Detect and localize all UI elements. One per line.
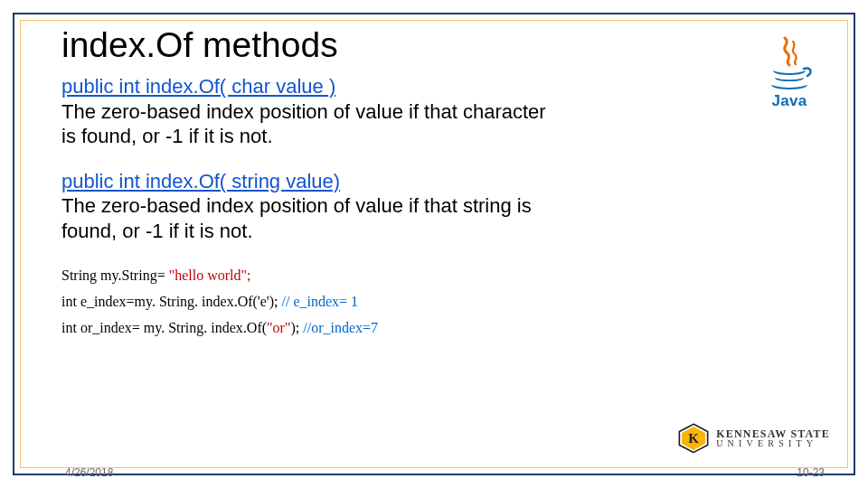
slide-content: index.Of methods public int index.Of( ch… xyxy=(61,25,823,443)
method2-desc-b: found, or -1 if it is not. xyxy=(61,220,253,242)
method2-signature: public int index.Of( string value) xyxy=(61,170,340,192)
code-l1b: "hello world"; xyxy=(169,267,251,283)
code-l3d: ); xyxy=(290,320,303,335)
code-l3e: //or_index=7 xyxy=(303,320,378,335)
method2-block: public int index.Of( string value) The z… xyxy=(61,169,823,244)
ksu-line2: UNIVERSITY xyxy=(716,439,830,448)
footer-date: 4/26/2018 xyxy=(65,466,113,479)
code-line-3: int or_index= my. String. index.Of("or")… xyxy=(61,315,823,342)
ksu-icon: K xyxy=(678,423,709,454)
method1-desc-a: The zero-based index position of value i… xyxy=(61,100,546,123)
code-l1a: String my.String= xyxy=(61,267,169,283)
code-l2c: // e_index= 1 xyxy=(281,294,358,309)
code-l3b: or_index= my. String. index.Of( xyxy=(80,320,267,335)
code-l3c: "or" xyxy=(267,320,290,335)
method2-desc-a: The zero-based index position of value i… xyxy=(61,194,532,217)
footer-page: 10-23 xyxy=(797,466,825,479)
code-line-1: String my.String= "hello world"; xyxy=(61,263,823,289)
svg-text:K: K xyxy=(688,431,699,446)
ksu-logo: K KENNESAW STATE UNIVERSITY xyxy=(678,423,830,454)
slide-title: index.Of methods xyxy=(61,25,823,65)
code-l2a: int xyxy=(61,294,80,309)
method1-block: public int index.Of( char value ) The ze… xyxy=(61,74,823,149)
code-l2b: e_index=my. String. index.Of('e'); xyxy=(80,294,282,309)
code-example: String my.String= "hello world"; int e_i… xyxy=(61,263,823,341)
code-line-2: int e_index=my. String. index.Of('e'); /… xyxy=(61,289,823,315)
method1-signature: public int index.Of( char value ) xyxy=(61,75,335,98)
ksu-label: KENNESAW STATE UNIVERSITY xyxy=(716,428,830,448)
code-l3a: int xyxy=(61,320,80,335)
method1-desc-b: is found, or -1 if it is not. xyxy=(61,125,273,147)
